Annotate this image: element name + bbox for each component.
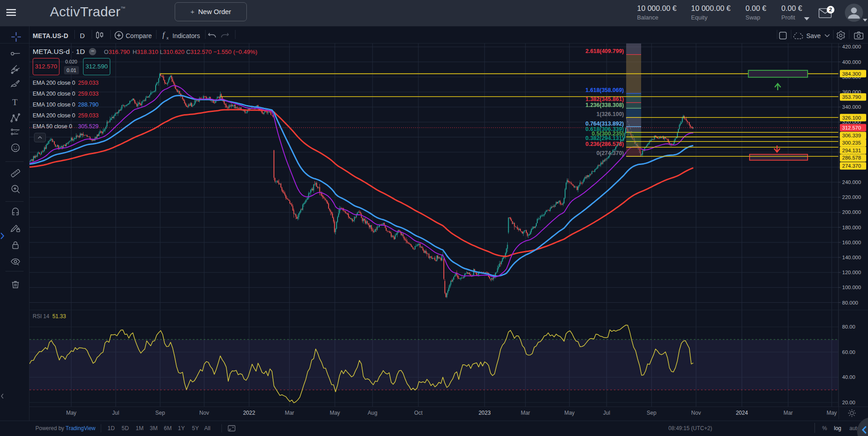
- svg-text:1.618(358.069): 1.618(358.069): [585, 87, 624, 93]
- svg-text:20.00: 20.00: [842, 400, 855, 405]
- svg-text:80.00: 80.00: [842, 324, 855, 329]
- svg-text:140.000: 140.000: [842, 255, 861, 260]
- svg-text:274.370: 274.370: [842, 163, 861, 169]
- svg-text:340.000: 340.000: [842, 104, 861, 110]
- svg-text:312.570: 312.570: [842, 125, 861, 131]
- svg-text:353.790: 353.790: [842, 94, 861, 100]
- svg-text:300.235: 300.235: [842, 140, 861, 145]
- svg-text:240.000: 240.000: [842, 179, 861, 185]
- svg-text:0.236(286.578): 0.236(286.578): [585, 141, 624, 147]
- svg-text:1.236(338.308): 1.236(338.308): [585, 102, 624, 108]
- svg-text:1(326.100): 1(326.100): [597, 111, 624, 117]
- svg-text:60.00: 60.00: [842, 349, 855, 355]
- svg-text:x: x: [167, 36, 169, 40]
- svg-text:160.000: 160.000: [842, 240, 861, 245]
- svg-text:294.131: 294.131: [842, 148, 861, 153]
- svg-text:2.618(409.799): 2.618(409.799): [585, 48, 624, 54]
- svg-text:40.00: 40.00: [842, 374, 855, 380]
- svg-text:T: T: [12, 97, 18, 107]
- svg-text:326.100: 326.100: [842, 115, 861, 121]
- svg-text:180.000: 180.000: [842, 225, 861, 230]
- svg-text:420.000: 420.000: [842, 44, 861, 49]
- svg-text:384.300: 384.300: [842, 71, 861, 77]
- svg-text:120.000: 120.000: [842, 270, 861, 275]
- svg-text:200.000: 200.000: [842, 209, 861, 215]
- svg-text:80.000: 80.000: [842, 300, 858, 305]
- svg-text:0(274.370): 0(274.370): [597, 150, 624, 156]
- svg-text:220.000: 220.000: [842, 194, 861, 200]
- svg-text:400.000: 400.000: [842, 59, 861, 65]
- svg-text:286.578: 286.578: [842, 155, 861, 160]
- svg-text:100.000: 100.000: [842, 285, 861, 290]
- svg-text:306.339: 306.339: [842, 133, 861, 138]
- svg-text:f: f: [162, 30, 166, 39]
